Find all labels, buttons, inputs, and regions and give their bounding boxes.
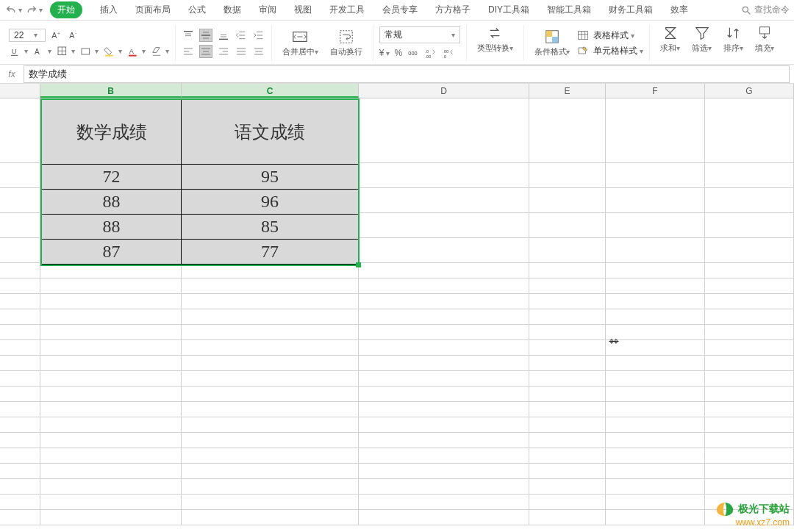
svg-text:A: A (69, 31, 75, 40)
col-header-g[interactable]: G (705, 84, 794, 98)
justify-icon[interactable] (235, 45, 248, 58)
increase-indent-icon[interactable] (252, 29, 265, 42)
watermark-url: www.xz7.com (715, 517, 790, 528)
sort-button[interactable]: 排序 ▾ (719, 25, 748, 61)
cell-type-icon[interactable] (79, 45, 93, 58)
svg-rect-58 (579, 32, 588, 40)
svg-text:000: 000 (408, 50, 417, 57)
tab-finance[interactable]: 财务工具箱 (609, 4, 653, 16)
data-cell[interactable]: 88 (42, 215, 182, 240)
formula-input[interactable]: 数学成绩 (24, 65, 790, 83)
increase-decimal-icon[interactable]: .0.00 (424, 46, 437, 60)
watermark: 极光下载站 www.xz7.com (715, 501, 790, 528)
number-format-combo[interactable]: 常规▾ (379, 26, 460, 43)
quick-access: ▾ ▾ (4, 4, 43, 17)
align-right-icon[interactable] (217, 45, 230, 58)
fx-label[interactable]: fx (0, 69, 24, 79)
tab-review[interactable]: 审阅 (259, 4, 276, 16)
spreadsheet-grid[interactable]: B C D E F G 数学成绩 语文成绩 (0, 84, 794, 525)
ribbon: 22▾ A+ A- U▾ A▾ ▾ ▾ ▾ A▾ ▾ (0, 21, 794, 65)
tab-data[interactable]: 数据 (223, 4, 241, 16)
data-cell[interactable]: 88 (42, 190, 182, 215)
data-cell[interactable]: 87 (42, 240, 182, 265)
fill-handle[interactable] (356, 262, 361, 267)
decrease-decimal-icon[interactable]: .00.0 (442, 46, 455, 60)
table-row: 87 77 (42, 240, 358, 265)
font-size-combo[interactable]: 22▾ (9, 29, 46, 42)
tab-ffgz[interactable]: 方方格子 (435, 4, 471, 16)
tab-start[interactable]: 开始 (50, 1, 82, 18)
align-bottom-icon[interactable] (217, 29, 230, 42)
svg-rect-15 (129, 54, 137, 56)
table-style-button[interactable]: 表格样式▾ (577, 29, 643, 42)
type-convert-button[interactable]: 类型转换 ▾ (473, 25, 518, 61)
tab-pagelayout[interactable]: 页面布局 (135, 4, 171, 16)
sort-icon (725, 25, 741, 41)
data-cell[interactable]: 96 (182, 190, 358, 215)
cell-style-button[interactable]: 单元格样式▾ (577, 45, 643, 57)
comma-icon[interactable]: 000 (407, 46, 420, 60)
distribute-icon[interactable] (252, 45, 265, 58)
sum-button[interactable]: 求和 ▾ (656, 25, 684, 61)
tab-formula[interactable]: 公式 (188, 4, 206, 16)
select-all-corner[interactable] (0, 84, 40, 98)
tab-view[interactable]: 视图 (294, 4, 312, 16)
table-row: 88 96 (42, 190, 358, 215)
col-header-c[interactable]: C (182, 84, 359, 98)
qat-more[interactable]: ▾ (39, 6, 43, 14)
wrap-icon (338, 29, 354, 45)
watermark-title: 极光下载站 (738, 503, 790, 516)
increase-font-icon[interactable]: A+ (50, 29, 63, 42)
tab-smart[interactable]: 智能工具箱 (547, 4, 591, 16)
data-cell[interactable]: 95 (182, 165, 358, 190)
redo-icon[interactable] (25, 4, 38, 17)
decrease-indent-icon[interactable] (235, 29, 248, 42)
data-cell[interactable]: 72 (42, 165, 182, 190)
tab-member[interactable]: 会员专享 (382, 4, 418, 16)
undo-dropdown[interactable]: ▾ (18, 6, 22, 14)
decrease-font-icon[interactable]: A- (68, 29, 81, 42)
merge-icon (292, 29, 308, 45)
merge-center-button[interactable]: 合并居中 ▾ (278, 29, 323, 57)
clear-format-icon[interactable] (150, 45, 163, 58)
data-cell[interactable]: 85 (182, 215, 358, 240)
tab-efficiency[interactable]: 效率 (670, 4, 688, 16)
header-cell-math[interactable]: 数学成绩 (42, 100, 182, 165)
align-left-icon[interactable] (182, 45, 195, 58)
tab-insert[interactable]: 插入 (100, 4, 118, 16)
fill-color-icon[interactable] (103, 45, 116, 58)
data-cell[interactable]: 77 (182, 240, 358, 265)
col-header-e[interactable]: E (529, 84, 606, 98)
cell-style-icon (577, 45, 589, 57)
col-header-b[interactable]: B (40, 84, 182, 98)
cond-format-icon (544, 29, 560, 45)
tab-diy[interactable]: DIY工具箱 (488, 4, 529, 16)
svg-text:A: A (129, 47, 135, 54)
title-tab-bar: ▾ ▾ 开始 插入 页面布局 公式 数据 审阅 视图 开发工具 会员专享 方方格… (0, 0, 794, 21)
wrap-text-button[interactable]: 自动换行 (326, 29, 367, 57)
underline-icon[interactable]: U (9, 45, 22, 58)
font-color-icon[interactable]: A (126, 45, 140, 58)
tab-devtools[interactable]: 开发工具 (329, 4, 365, 16)
col-header-d[interactable]: D (359, 84, 529, 98)
search-placeholder: 查找命令 (754, 4, 790, 16)
borders-icon[interactable] (56, 45, 69, 58)
header-cell-chinese[interactable]: 语文成绩 (182, 100, 358, 165)
undo-icon[interactable] (4, 4, 18, 17)
font-effects-icon[interactable]: A (32, 45, 46, 58)
type-convert-group: 类型转换 ▾ (467, 25, 524, 61)
selection-range[interactable]: 数学成绩 语文成绩 72 95 88 96 88 85 87 77 (40, 98, 360, 266)
percent-icon[interactable]: % (394, 46, 402, 60)
align-center-icon[interactable] (199, 45, 212, 58)
col-header-f[interactable]: F (606, 84, 705, 98)
align-top-icon[interactable] (182, 29, 195, 42)
number-group: 常规▾ ¥▾ % 000 .0.00 .00.0 (373, 25, 467, 61)
filter-button[interactable]: 筛选 ▾ (687, 25, 716, 61)
fill-button[interactable]: 填充 ▾ (751, 25, 779, 61)
conditional-format-button[interactable]: 条件格式 ▾ (530, 29, 575, 57)
editing-group: 求和 ▾ 筛选 ▾ 排序 ▾ 填充 ▾ (650, 25, 784, 61)
search-command[interactable]: 查找命令 (741, 4, 790, 16)
svg-text:-: - (75, 30, 76, 35)
currency-icon[interactable]: ¥ (379, 46, 385, 60)
align-middle-icon[interactable] (199, 29, 212, 42)
